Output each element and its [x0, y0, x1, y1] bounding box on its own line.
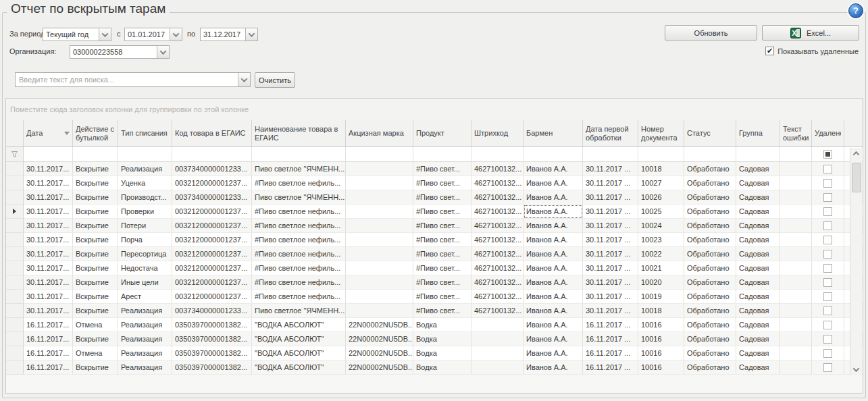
filter-cell-date[interactable]: [24, 147, 73, 162]
cell-excise_stamp[interactable]: [346, 247, 413, 261]
row-selector[interactable]: [6, 304, 24, 318]
cell-writeoff_type[interactable]: Проверки: [118, 205, 172, 219]
cell-deleted[interactable]: [812, 360, 844, 375]
cell-status[interactable]: Обработано: [684, 290, 736, 304]
cell-barman[interactable]: Иванов А.А.: [524, 205, 583, 219]
cell-egais_name[interactable]: Пиво светлое "ЯЧМЕНН...: [252, 162, 346, 176]
cell-deleted[interactable]: [812, 219, 844, 233]
cell-excise_stamp[interactable]: [346, 176, 413, 190]
cell-product[interactable]: #Пиво свет...: [413, 290, 471, 304]
cell-status[interactable]: Обработано: [684, 219, 736, 233]
cell-error_text[interactable]: [780, 360, 812, 375]
row-selector[interactable]: [6, 219, 24, 233]
cell-group[interactable]: Садовая: [736, 261, 780, 275]
cell-status[interactable]: Обработано: [684, 247, 736, 261]
cell-egais_name[interactable]: "ВОДКА АБСОЛЮТ": [252, 332, 346, 346]
cell-barcode[interactable]: [471, 318, 524, 332]
cell-egais_code[interactable]: 0350397000001382...: [172, 332, 252, 346]
cell-barcode[interactable]: [471, 346, 524, 360]
cell-group[interactable]: Садовая: [736, 318, 780, 332]
cell-barcode[interactable]: [471, 332, 524, 346]
cell-egais_name[interactable]: #Пиво светлое нефиль...: [252, 261, 346, 275]
cell-writeoff_type[interactable]: Пересортица: [118, 247, 172, 261]
cell-error_text[interactable]: [780, 219, 812, 233]
cell-barcode[interactable]: 4627100132...: [471, 247, 524, 261]
filter-cell-group[interactable]: [736, 147, 780, 162]
scroll-down-icon[interactable]: [850, 364, 862, 375]
cell-date[interactable]: 30.11.2017...: [24, 190, 73, 205]
filter-cell-first_processing_date[interactable]: [583, 147, 638, 162]
deleted-checkbox[interactable]: [823, 306, 832, 315]
row-selector[interactable]: [6, 275, 24, 290]
row-selector[interactable]: [6, 360, 24, 375]
cell-status[interactable]: Обработано: [684, 318, 736, 332]
clear-search-button[interactable]: Очистить: [255, 72, 295, 88]
search-input[interactable]: [16, 76, 238, 84]
cell-product[interactable]: #Пиво свет...: [413, 233, 471, 247]
help-icon[interactable]: ?: [848, 3, 863, 18]
cell-egais_name[interactable]: Пиво светлое "ЯЧМЕНН...: [252, 304, 346, 318]
cell-status[interactable]: Обработано: [684, 176, 736, 190]
filter-cell-barman[interactable]: [524, 147, 583, 162]
cell-egais_code[interactable]: 0350397000001382...: [172, 360, 252, 375]
cell-status[interactable]: Обработано: [684, 304, 736, 318]
cell-error_text[interactable]: [780, 247, 812, 261]
cell-doc_number[interactable]: 10027: [638, 176, 684, 190]
cell-error_text[interactable]: [780, 261, 812, 275]
row-selector[interactable]: [6, 190, 24, 205]
chevron-down-icon[interactable]: [170, 28, 182, 41]
cell-egais_name[interactable]: #Пиво светлое нефиль...: [252, 290, 346, 304]
cell-egais_name[interactable]: #Пиво светлое нефиль...: [252, 247, 346, 261]
vertical-scrollbar[interactable]: [850, 148, 862, 375]
cell-error_text[interactable]: [780, 332, 812, 346]
cell-status[interactable]: Обработано: [684, 346, 736, 360]
cell-writeoff_type[interactable]: Порча: [118, 233, 172, 247]
cell-writeoff_type[interactable]: Реализация: [118, 332, 172, 346]
cell-error_text[interactable]: [780, 162, 812, 176]
filter-cell-deleted[interactable]: [812, 147, 844, 162]
cell-date[interactable]: 30.11.2017...: [24, 261, 73, 275]
cell-egais_name[interactable]: #Пиво светлое нефиль...: [252, 275, 346, 290]
filter-cell-product[interactable]: [413, 147, 471, 162]
cell-date[interactable]: 16.11.2017...: [24, 360, 73, 375]
cell-excise_stamp[interactable]: [346, 304, 413, 318]
cell-doc_number[interactable]: 10023: [638, 233, 684, 247]
cell-first_processing_date[interactable]: 30.11.2017 ...: [583, 304, 638, 318]
cell-barman[interactable]: Иванов А.А.: [524, 162, 583, 176]
cell-bottle_action[interactable]: Вскрытие: [73, 360, 118, 375]
cell-writeoff_type[interactable]: Уценка: [118, 176, 172, 190]
cell-doc_number[interactable]: 10024: [638, 219, 684, 233]
cell-egais_name[interactable]: "ВОДКА АБСОЛЮТ": [252, 318, 346, 332]
cell-product[interactable]: Водка: [413, 318, 471, 332]
cell-writeoff_type[interactable]: Потери: [118, 219, 172, 233]
checkbox-checked-icon[interactable]: ✔: [765, 47, 774, 55]
show-deleted-checkbox[interactable]: ✔ Показывать удаленные: [765, 47, 859, 55]
cell-barman[interactable]: Иванов А.А.: [524, 176, 583, 190]
cell-group[interactable]: Садовая: [736, 332, 780, 346]
cell-group[interactable]: Садовая: [736, 346, 780, 360]
cell-group[interactable]: Садовая: [736, 190, 780, 205]
cell-barman[interactable]: Иванов А.А.: [524, 190, 583, 205]
cell-first_processing_date[interactable]: 16.11.2017 ...: [583, 346, 638, 360]
date-from-select[interactable]: 01.01.2017: [124, 28, 182, 41]
cell-egais_name[interactable]: "ВОДКА АБСОЛЮТ": [252, 360, 346, 375]
cell-doc_number[interactable]: 10018: [638, 304, 684, 318]
cell-egais_code[interactable]: 0350397000001382...: [172, 318, 252, 332]
cell-doc_number[interactable]: 10022: [638, 247, 684, 261]
deleted-checkbox[interactable]: [823, 335, 832, 344]
row-selector[interactable]: [6, 290, 24, 304]
cell-barman[interactable]: Иванов А.А.: [524, 304, 583, 318]
cell-first_processing_date[interactable]: 30.11.2017 ...: [583, 261, 638, 275]
cell-error_text[interactable]: [780, 176, 812, 190]
cell-error_text[interactable]: [780, 346, 812, 360]
cell-egais_code[interactable]: 0032120000001237...: [172, 290, 252, 304]
refresh-button[interactable]: Обновить: [665, 25, 757, 41]
scrollbar-thumb[interactable]: [852, 163, 861, 192]
cell-bottle_action[interactable]: Вскрытие: [73, 332, 118, 346]
cell-date[interactable]: 30.11.2017...: [24, 304, 73, 318]
cell-excise_stamp[interactable]: [346, 275, 413, 290]
cell-barman[interactable]: Иванов А.А.: [524, 247, 583, 261]
column-header-excise_stamp[interactable]: Акцизная марка: [346, 120, 413, 147]
deleted-filter-checkbox[interactable]: [823, 150, 832, 159]
cell-product[interactable]: #Пиво свет...: [413, 261, 471, 275]
